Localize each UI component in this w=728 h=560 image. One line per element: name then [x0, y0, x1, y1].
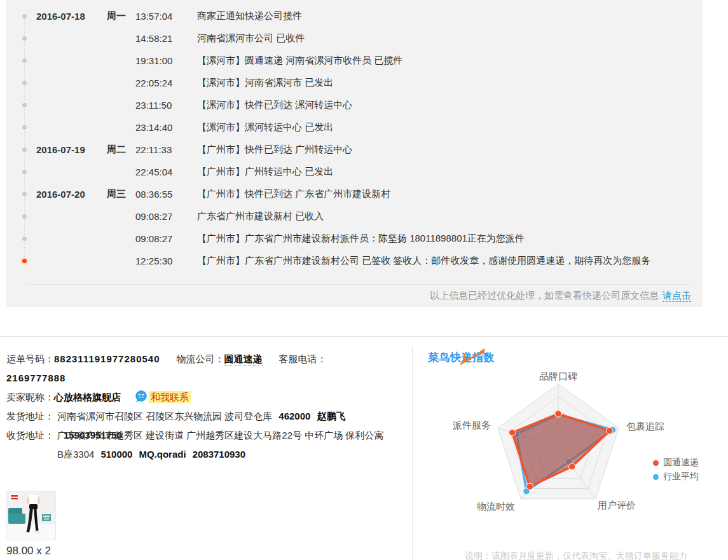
event-description: 【广州市】快件已到达 广州转运中心: [197, 144, 703, 156]
company-label: 物流公司：: [177, 353, 224, 364]
product-thumbnail[interactable]: [6, 491, 56, 540]
timeline-row: 14:58:21 河南省漯河市公司 已收件: [6, 27, 703, 50]
seller-line: 卖家昵称：心放格格旗舰店和我联系: [6, 388, 397, 407]
event-weekday: 周三: [107, 188, 135, 200]
legend-label: 行业平均: [663, 471, 699, 482]
event-time: 09:08:27: [135, 211, 197, 222]
ship-address-line: 发货地址：河南省漯河市召陵区 召陵区东兴物流园 波司登仓库462000赵鹏飞15…: [6, 407, 386, 426]
axis-label-speed: 物流时效: [477, 501, 515, 513]
recv-address-line: 收货地址：广东省广州市越秀区 建设街道 广州越秀区建设大马路22号 中环广场 保…: [6, 426, 386, 445]
footer-note: 以上信息已经过优化处理，如需查看快递公司原文信息: [430, 290, 659, 301]
waybill-number: 882311191977280540: [54, 353, 160, 364]
event-description: 【漯河市】快件已到达 漯河转运中心: [197, 99, 703, 111]
seller-name: 心放格格旗舰店: [54, 392, 121, 402]
axis-label-delivery: 派件服务: [453, 420, 491, 432]
radar-legend: 圆通速递行业平均: [653, 456, 699, 484]
timeline-rows: 2016-07-18 周一 13:57:04 商家正通知快递公司揽件 14:58…: [6, 5, 703, 272]
timeline-dot-icon: [22, 214, 27, 219]
horizontal-divider: [0, 336, 728, 337]
legend-dot-icon: [653, 460, 659, 466]
timeline-dot-icon: [22, 170, 27, 174]
seller-label: 卖家昵称：: [6, 392, 54, 402]
event-time: 19:31:00: [135, 55, 197, 66]
event-date: 2016-07-19: [36, 144, 107, 155]
timeline-dot-icon: [22, 81, 27, 85]
timeline-row: 23:14:40 【漯河市】漯河转运中心 已发出: [6, 116, 703, 139]
radar-note: 说明：该图表月度更新，仅代表淘宝、天猫订单服务能力: [465, 550, 687, 560]
timeline-row: 12:25:30 【广州市】广东省广州市建设新村公司 已签收 签收人：邮件收发章…: [6, 250, 703, 272]
service-phone: 2169777888: [6, 372, 65, 383]
phone-label: 客服电话：: [279, 353, 327, 364]
ship-zip: 462000: [278, 411, 310, 421]
product-price: 98.00 x 2: [6, 545, 51, 557]
timeline-dot-icon: [22, 192, 27, 196]
legend-dot-icon: [653, 474, 659, 480]
event-description: 河南省漯河市公司 已收件: [197, 32, 703, 44]
event-description: 【漯河市】漯河转运中心 已发出: [197, 121, 703, 133]
timeline-row: 2016-07-19 周二 22:11:33 【广州市】快件已到达 广州转运中心: [6, 139, 703, 161]
timeline-row: 09:08:27 【广州市】广东省广州市建设新村派件员：陈坚扬 18011898…: [6, 228, 703, 250]
legend-item[interactable]: 圆通速递: [653, 456, 699, 470]
phone-line: 2169777888: [6, 369, 397, 388]
event-description: 【广州市】快件已到达 广东省广州市建设新村: [197, 188, 703, 200]
event-time: 22:05:24: [135, 78, 197, 88]
timeline-dot-icon: [22, 259, 27, 263]
timeline-row: 09:08:27 广东省广州市建设新村 已收入: [6, 205, 703, 228]
timeline-dot-icon: [22, 147, 27, 152]
waybill-label: 运单号码：: [6, 353, 54, 364]
recv-address-label: 收货地址：: [6, 426, 54, 445]
timeline-dot-icon: [22, 236, 27, 241]
vertical-divider: [412, 346, 413, 560]
event-time: 22:11:33: [135, 144, 197, 155]
event-description: 【广州市】广东省广州市建设新村公司 已签收 签收人：邮件收发章，感谢使用圆通速递…: [197, 255, 703, 267]
event-time: 14:58:21: [135, 33, 197, 44]
legend-item[interactable]: 行业平均: [653, 470, 699, 484]
ship-address-label: 发货地址：: [6, 407, 54, 426]
event-time: 09:08:27: [135, 233, 197, 244]
timeline-row: 22:05:24 【漯河市】河南省漯河市 已发出: [6, 72, 703, 94]
event-time: 23:14:40: [135, 122, 197, 133]
ship-contact-name: 赵鹏飞: [317, 411, 345, 421]
logistics-company-link[interactable]: 圆通速递: [224, 353, 263, 365]
contact-me-badge[interactable]: 和我联系: [149, 391, 191, 403]
event-time: 13:57:04: [135, 11, 197, 22]
timeline-row: 2016-07-18 周一 13:57:04 商家正通知快递公司揽件: [6, 5, 703, 27]
axis-label-tracking: 包裹追踪: [626, 421, 664, 433]
event-time: 12:25:30: [135, 256, 197, 266]
event-description: 【广州市】广东省广州市建设新村派件员：陈坚扬 18011898801正在为您派件: [197, 233, 703, 245]
event-weekday: 周一: [107, 10, 135, 22]
event-weekday: 周二: [107, 144, 135, 156]
ship-address: 河南省漯河市召陵区 召陵区东兴物流园 波司登仓库: [57, 411, 272, 421]
event-date: 2016-07-18: [36, 11, 107, 22]
axis-label-brand: 品牌口碑: [526, 371, 590, 383]
recv-contact-phone: 2083710930: [193, 449, 245, 460]
event-date: 2016-07-20: [36, 189, 107, 200]
event-description: 广东省广州市建设新村 已收入: [197, 210, 703, 222]
event-description: 商家正通知快递公司揽件: [197, 10, 703, 22]
timeline-dot-icon: [22, 125, 27, 130]
timeline-row: 23:11:50 【漯河市】快件已到达 漯河转运中心: [6, 94, 703, 116]
panel-footer: 以上信息已经过优化处理，如需查看快递公司原文信息请点击: [430, 290, 691, 302]
event-time: 22:45:04: [135, 167, 197, 177]
axis-label-rating: 用户评价: [598, 500, 636, 512]
legend-label: 圆通速递: [663, 457, 699, 468]
event-description: 【广州市】广州转运中心 已发出: [197, 166, 703, 178]
recv-contact-name: MQ.qoradi: [139, 449, 186, 460]
waybill-line: 运单号码：882311191977280540物流公司：圆通速递客服电话：: [6, 350, 397, 369]
timeline-dot-icon: [22, 58, 27, 63]
timeline-row: 2016-07-20 周三 08:36:55 【广州市】快件已到达 广东省广州市…: [6, 183, 703, 205]
view-original-link[interactable]: 请点击: [663, 290, 691, 302]
event-time: 23:11:50: [135, 100, 197, 111]
event-time: 08:36:55: [135, 189, 197, 200]
event-description: 【漯河市】圆通速递 河南省漯河市收件员 已揽件: [197, 55, 703, 67]
timeline-dot-icon: [22, 103, 27, 107]
timeline-row: 22:45:04 【广州市】广州转运中心 已发出: [6, 161, 703, 183]
timeline-dot-icon: [22, 36, 27, 41]
tracking-panel: 2016-07-18 周一 13:57:04 商家正通知快递公司揽件 14:58…: [6, 0, 703, 307]
order-info: 运单号码：882311191977280540物流公司：圆通速递客服电话： 21…: [6, 350, 397, 445]
timeline-row: 19:31:00 【漯河市】圆通速递 河南省漯河市收件员 已揽件: [6, 50, 703, 72]
product-photo: [7, 491, 55, 540]
panel-separator: [25, 284, 691, 285]
timeline-dot-icon: [22, 14, 27, 18]
event-description: 【漯河市】河南省漯河市 已发出: [197, 77, 703, 89]
